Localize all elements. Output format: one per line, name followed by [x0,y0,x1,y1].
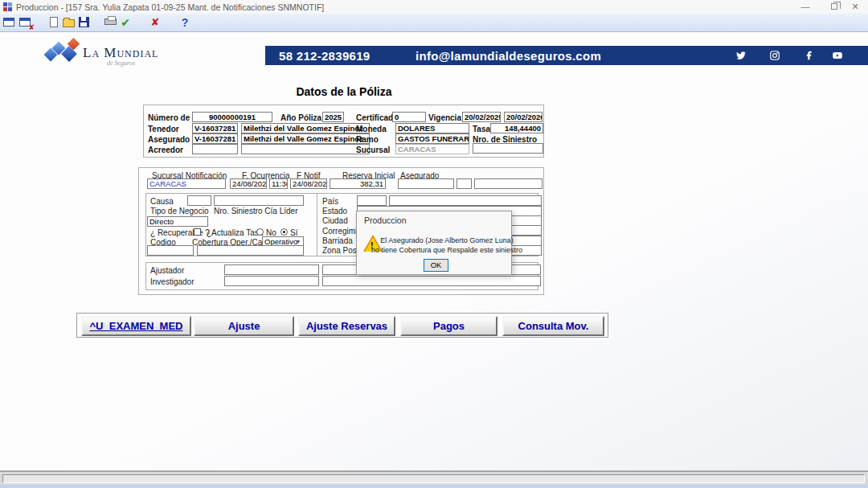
confirm-icon[interactable]: ✔ [118,15,133,30]
main-content: La Mundial de Seguros 58 212-2839619 inf… [0,32,868,471]
dialog-message-line1: El Asegurado (Jose Alberto Gomez Luna) [371,236,522,245]
ajuste-button[interactable]: Ajuste [194,316,294,336]
ajustador-codigo-field[interactable] [224,265,319,275]
dialog-message: El Asegurado (Jose Alberto Gomez Luna) n… [371,236,522,255]
causa-descripcion-field[interactable] [214,195,304,206]
action-button-strip: ^U_EXAMEN_MED Ajuste Ajuste Reservas Pag… [76,313,608,338]
nro-siniestro-lider-label: Nro. Siniestro Cía Líder [214,207,298,215]
acreedor-id-field[interactable] [192,144,238,154]
brand-subtitle: de Seguros [107,59,135,67]
dialog-title: Produccion [364,215,407,225]
asegurado-nombre-notif-field[interactable] [474,178,542,189]
app-icon [3,2,12,11]
codigo-field[interactable] [147,245,194,256]
sucursal-notificacion-field[interactable]: CARACAS [147,178,226,189]
nro-siniestro-field[interactable] [473,143,543,154]
pais-codigo-field[interactable] [357,195,387,206]
actualiza-tasa-label: ¿Actualiza Tasa [207,228,263,237]
investigador-nombre-field[interactable] [322,276,541,286]
vigencia-hasta-field[interactable]: 20/02/2026 [504,112,542,122]
pais-label: País [322,197,338,206]
company-logo: La Mundial de Seguros [44,39,205,75]
examen-med-button[interactable]: ^U_EXAMEN_MED [81,316,191,336]
tenedor-nombre-field[interactable]: Milethzi del Valle Gomez Espinoz [241,123,370,133]
status-panel [2,474,865,483]
acreedor-label: Acreedor [148,146,183,154]
page-title: Datos de la Póliza [143,85,545,98]
recuperable-checkbox[interactable] [194,228,201,236]
barriada-label: Barriada [322,236,353,245]
dialog-message-line2: no tiene Cobertura que Respalde este sin… [371,245,522,255]
investigador-codigo-field[interactable] [224,276,319,286]
moneda-field[interactable]: DOLARES [395,123,469,133]
help-icon[interactable]: ? [178,15,192,30]
tipo-negocio-label: Tipo de Negocio [150,207,208,215]
sucursal-label: Sucursal [356,146,390,154]
causa-codigo-field[interactable] [187,195,211,206]
pais-field[interactable] [389,195,542,206]
ajuste-reservas-button[interactable]: Ajuste Reservas [298,316,395,336]
estado-label: Estado [322,207,347,215]
acreedor-nombre-field[interactable] [241,144,370,154]
sucursal-field: CARACAS [395,144,469,154]
application-window: Produccion - [157 Sra. Yulia Zapata 01-0… [0,0,868,488]
asegurado-tipo-field[interactable] [457,178,472,189]
vigencia-desde-field[interactable]: 20/02/2025 [462,112,501,122]
youtube-icon[interactable] [832,50,843,61]
close-icon[interactable]: ✕ [849,1,862,13]
ajustador-label: Ajustador [150,266,184,275]
restore-icon[interactable] [831,3,837,10]
tenedor-label: Tenedor [148,125,179,133]
ano-poliza-field[interactable]: 2025 [322,112,344,122]
cobertura-field[interactable] [197,245,304,256]
tasa-field[interactable]: 148,44400 [490,123,543,133]
moneda-label: Moneda [356,125,387,133]
reserva-inicial-field[interactable]: 382,31 [330,178,386,189]
ciudad-label: Ciudad [322,216,348,225]
facebook-icon[interactable] [804,50,815,61]
ocurrencia-hora-field[interactable]: 11:36 [269,178,288,189]
print-icon[interactable] [104,15,118,30]
asegurado-codigo-field[interactable] [398,178,454,189]
new-document-icon[interactable] [47,15,62,30]
open-folder-icon[interactable] [62,15,76,30]
fnotif-fecha-field[interactable]: 24/08/2025 [290,178,327,189]
ramo-label: Ramo [356,135,379,144]
investigador-label: Investigador [150,277,194,286]
window-new-icon[interactable] [2,15,17,30]
ocurrencia-fecha-field[interactable]: 24/08/2025 [230,178,267,189]
tenedor-id-field[interactable]: V-16037281 [192,123,238,133]
numero-poliza-label: Número de [148,113,190,122]
title-bar: Produccion - [157 Sra. Yulia Zapata 01-0… [0,0,868,14]
minimize-icon[interactable]: — [799,1,812,13]
instagram-icon[interactable] [769,50,780,61]
pagos-button[interactable]: Pagos [400,316,497,336]
status-bar [0,471,868,485]
twitter-icon[interactable] [735,50,747,61]
asegurado-label: Asegurado [148,135,190,144]
toolbar: ✘ ✔ ✘ ? [0,14,868,32]
detail-divider [317,193,317,256]
policy-fieldset: Número de Tenedor Asegurado Acreedor 900… [143,105,544,158]
cancel-icon[interactable]: ✘ [148,15,162,30]
asegurado-nombre-field[interactable]: Milethzi del Valle Gomez Espinoz [241,133,370,144]
phone-number: 58 212-2839619 [279,49,370,63]
bottom-edge [0,485,868,488]
numero-poliza-field[interactable]: 90000000191 [192,112,272,122]
vigencia-label: Vigencia [428,113,461,122]
certificado-field[interactable]: 0 [392,112,426,122]
save-icon[interactable] [77,15,92,30]
produccion-dialog: Produccion ! El Asegurado (Jose Alberto … [356,211,512,275]
window-close-icon[interactable]: ✘ [18,15,33,30]
consulta-mov-button[interactable]: Consulta Mov. [502,316,604,336]
ok-button[interactable]: OK [424,259,448,272]
actualiza-si-radio[interactable] [280,228,288,236]
asegurado-id-field[interactable]: V-16037281 [192,133,238,144]
ramo-field[interactable]: GASTOS FUNERARIO [395,133,469,144]
email-address: info@lamundialdeseguros.com [416,49,601,63]
ano-poliza-label: Año Póliza [280,113,321,122]
contact-bar: 58 212-2839619 info@lamundialdeseguros.c… [265,46,868,65]
window-title: Produccion - [157 Sra. Yulia Zapata 01-0… [16,2,324,12]
actualiza-no-radio[interactable] [256,228,264,236]
tipo-negocio-field[interactable]: Directo [147,216,208,227]
